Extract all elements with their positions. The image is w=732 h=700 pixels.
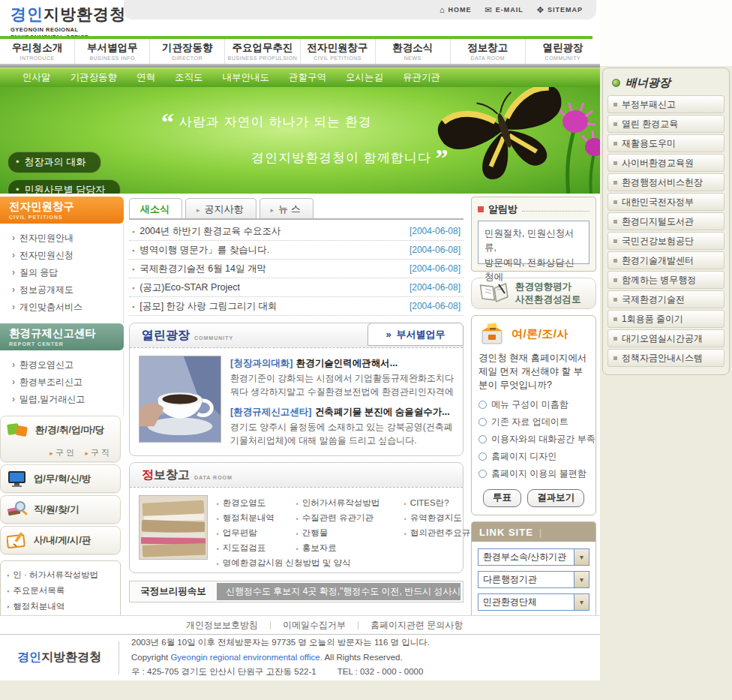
subnav-item-org-chart[interactable]: 조직도 — [175, 71, 203, 84]
sitemap-link[interactable]: ✥ SITEMAP — [537, 5, 583, 15]
subnav-item-office-map[interactable]: 내부안내도 — [223, 71, 270, 84]
home-link[interactable]: ⌂ HOME — [440, 5, 472, 14]
sidebar-item-qna[interactable]: 질의 응답 — [12, 264, 123, 281]
linksite-select-gov-orgs[interactable]: 다른행정기관 ▾ — [478, 571, 590, 588]
subnav-item-related-orgs[interactable]: 유관기관 — [403, 71, 440, 84]
report-center-subtitle: REPORT CENTER — [9, 341, 124, 347]
staff-finder-banner[interactable]: 직/원/찾/기 — [0, 495, 121, 524]
subnav-item-director-trend[interactable]: 기관장동향 — [70, 71, 118, 84]
dr-link-honor-monitor[interactable]: 명예환경감시원 신청방법 및 양식 — [217, 555, 500, 570]
logo-dark-part: 지방환경청 — [44, 5, 126, 23]
tab-news[interactable]: 뉴 스 — [260, 198, 314, 218]
tab-new-news[interactable]: 새소식 — [129, 198, 182, 218]
banner-link-air-quality[interactable]: 대기오염실시간공개 — [608, 329, 724, 347]
view-results-button[interactable]: 결과보기 — [527, 489, 584, 507]
banner-link-reduce-disposables[interactable]: 1회용품 줄이기 — [608, 310, 724, 328]
sidebar-item-poaching-report[interactable]: 밀렵,밀거래신고 — [12, 391, 123, 408]
privacy-policy-link[interactable]: 개인정보보호방침 — [186, 619, 258, 632]
nav-item-business-info[interactable]: 부서별업무 BUSINESS INFO — [75, 39, 150, 64]
email-link[interactable]: ✉ E-MAIL — [485, 5, 524, 15]
doc-link-major-docs[interactable]: 주요문서목록 — [7, 583, 116, 599]
community-body: [청장과의대화] 환경기술인력에관해서... 환경기준이 강화되는 시점에서 기… — [130, 348, 463, 453]
dr-link-admin-actions[interactable]: 행정처분내역 — [217, 510, 293, 525]
banner-link-military-affairs[interactable]: 함께하는 병무행정 — [608, 271, 724, 289]
banner-link-egov[interactable]: 대한민국전자정부 — [608, 193, 724, 211]
internal-board-banner[interactable]: 사/내/게/시/판 — [0, 526, 121, 554]
sidebar-item-personal-service[interactable]: 개인맞춤서비스 — [12, 299, 123, 316]
nav-item-news[interactable]: 환경소식 NEWS — [376, 39, 451, 64]
news-item[interactable]: 병역이행 명문가」를 찾습니다. [2004-06-08] — [129, 241, 464, 260]
email-refusal-link[interactable]: 이메일수집거부 — [283, 619, 346, 632]
ticker-text[interactable]: 신행정수도 후보지 4곳 확정,"행정수도 이전, 반드시 성사시킬 것",3차… — [217, 583, 460, 600]
banner-link-intl-env-expo[interactable]: 국제환경기술전 — [608, 290, 724, 308]
dr-link-permit-docs[interactable]: 인허가서류작성방법 — [296, 495, 401, 510]
env-job-banner[interactable]: 환/경/취/업/마/당 구 인 구 직 — [0, 416, 121, 462]
nav-item-community[interactable]: 열린광장 COMMUNITY — [526, 39, 600, 64]
linksite-select-civil-groups[interactable]: 민관환경단체 ▾ — [478, 593, 590, 611]
community-post[interactable]: [청장과의대화] 환경기술인력에관해서... 환경기준이 강화되는 시점에서 기… — [230, 356, 455, 398]
subnav-item-directions[interactable]: 오시는길 — [346, 71, 383, 84]
nav-item-propulsion[interactable]: 주요업무추진 BUSINESS PROPULSION — [225, 39, 300, 64]
banner-link-cyber-edu[interactable]: 사이버환경교육원 — [608, 154, 724, 172]
dr-link-pollution-level[interactable]: 환경오염도 — [217, 495, 293, 510]
notice-dotted-line — [522, 211, 590, 212]
chevron-down-icon[interactable]: ▾ — [574, 572, 589, 587]
dr-link-pr-materials[interactable]: 홍보자료 — [296, 540, 401, 555]
banner-link-digital-library[interactable]: 환경디지털도서관 — [608, 212, 724, 230]
eia-banner[interactable]: 환경영향평가 사전환경성검토 — [471, 278, 596, 309]
nav-item-introduce[interactable]: 우리청소개 INTRODUCE — [0, 39, 75, 64]
copyright-office-link[interactable]: Gyeongin regional environmental office. — [170, 653, 322, 662]
doc-link-admin-actions[interactable]: 행정처분내역 — [7, 599, 116, 614]
banner-link-recycle-helper[interactable]: 재활용도우미 — [608, 134, 724, 152]
ticker-label: 국정브리핑속보 — [130, 585, 217, 598]
subnav-item-greeting[interactable]: 인사말 — [22, 71, 51, 84]
sidebar-item-petition-apply[interactable]: 전자민원신청 — [12, 247, 123, 264]
news-item[interactable]: (공고)Eco-STAR Project [2004-06-08] — [129, 278, 464, 297]
dr-link-water-orgs[interactable]: 수질관련 유관기관 — [296, 510, 401, 525]
subnav-item-history[interactable]: 연혁 — [136, 71, 155, 84]
doc-link-permit-docs[interactable]: 인 · 허가서류작성방법 — [7, 567, 116, 583]
subnav-item-jurisdiction[interactable]: 관할구역 — [289, 71, 326, 84]
petition-staff-button[interactable]: 민원사무별 담당자 — [8, 179, 121, 194]
notice-content[interactable]: 민원절차, 민원신청서류, 방문예약, 전화상담신청에 — [478, 221, 590, 264]
poll-option[interactable]: 기존 자료 업데이트 — [478, 413, 589, 431]
work-innovation-banner[interactable]: 업/무/혁/신/방 — [0, 464, 121, 493]
sidebar-item-corruption-report[interactable]: 환경부조리신고 — [12, 374, 123, 391]
dept-business-tab[interactable]: 부서별업무 — [368, 323, 464, 346]
news-item[interactable]: 국제환경기술전 6월 14일 개막 [2004-06-08] — [129, 260, 464, 278]
job-search-link[interactable]: 구 직 — [85, 448, 110, 457]
banner-link-policy-fund[interactable]: 정책자금안내시스템 — [608, 349, 724, 367]
chevron-down-icon[interactable]: ▾ — [574, 594, 589, 610]
sidebar-item-petition-guide[interactable]: 전자민원안내 — [12, 230, 123, 247]
banner-link-service-charter[interactable]: 환경행정서비스헌장 — [608, 173, 724, 191]
banner-link-corruption[interactable]: 부정부패신고 — [608, 95, 724, 113]
linksite-select-env-orgs[interactable]: 환경부소속/산하기관 ▾ — [478, 548, 590, 566]
news-item[interactable]: 2004년 하반기 환경교육 수요조사 [2004-06-08] — [129, 222, 464, 241]
sidebar-item-info-disclosure[interactable]: 정보공개제도 — [12, 281, 123, 299]
dr-link-publications[interactable]: 간행물 — [296, 525, 401, 540]
radio-icon — [478, 435, 487, 443]
dr-link-work-manual[interactable]: 업무편람 — [217, 525, 293, 540]
nav-item-director[interactable]: 기관장동향 DIRECTOR — [150, 39, 225, 64]
nav-item-dataroom[interactable]: 정보창고 DATA ROOM — [451, 39, 526, 64]
news-item[interactable]: [공모] 한강 사랑 그림그리기 대회 [2004-06-08] — [129, 297, 464, 316]
banner-link-env-edu[interactable]: 열린 환경교육 — [608, 115, 724, 133]
square-bullet-icon — [614, 239, 617, 243]
nav-item-civil-petitions[interactable]: 전자민원창구 CIVIL PETITIONS — [301, 39, 376, 64]
vote-button[interactable]: 투표 — [483, 489, 521, 507]
tab-notices[interactable]: 공지사항 — [185, 198, 256, 218]
chevron-down-icon[interactable]: ▾ — [574, 549, 589, 565]
sidebar-item-pollution-report[interactable]: 환경오염신고 — [12, 356, 123, 374]
poll-option[interactable]: 이용자와의 대화공간 부족 — [478, 431, 589, 448]
banner-link-tech-center[interactable]: 환경기술개발센터 — [608, 251, 724, 269]
site-inquiry-link[interactable]: 홈페이지관련 문의사항 — [370, 619, 463, 632]
poll-option[interactable]: 홈페이지 이용의 불편함 — [478, 465, 589, 482]
notice-header: 알림방 — [478, 203, 590, 216]
job-offer-link[interactable]: 구 인 — [50, 448, 74, 457]
banner-link-health-insurance[interactable]: 국민건강보험공단 — [608, 232, 724, 250]
poll-option[interactable]: 홈페이지 디자인 — [478, 448, 589, 465]
dr-link-inspection-chart[interactable]: 지도점검표 — [217, 540, 293, 555]
director-dialog-button[interactable]: 청장과의 대화 — [8, 152, 101, 173]
poll-option[interactable]: 메뉴 구성이 미흡함 — [478, 396, 589, 413]
community-post[interactable]: [환경규제신고센타] 건축폐기물 분진에 숨을쉴수가... 경기도 양주시 율정… — [230, 404, 455, 447]
